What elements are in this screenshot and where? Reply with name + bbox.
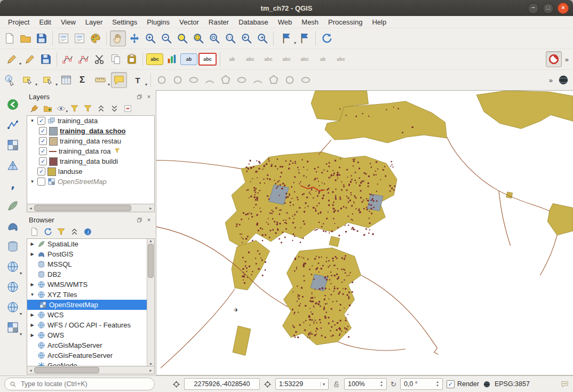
menu-project[interactable]: Project xyxy=(3,17,34,27)
osm-place-search-button[interactable] xyxy=(546,51,562,67)
layout-manager-button[interactable] xyxy=(72,31,87,46)
float-panel-button[interactable] xyxy=(136,93,143,100)
lock-scale-icon[interactable] xyxy=(332,380,340,388)
browser-item-db2[interactable]: DB2 xyxy=(27,269,147,279)
layer-checkbox[interactable]: ✓ xyxy=(37,167,45,175)
scroll-left-icon[interactable]: ◄ xyxy=(27,369,34,372)
open-project-button[interactable] xyxy=(18,31,33,46)
close-button[interactable]: × xyxy=(558,3,569,14)
expander-icon[interactable]: ▶ xyxy=(29,282,35,287)
new-project-button[interactable] xyxy=(2,31,17,46)
copy-features-button[interactable] xyxy=(108,52,123,67)
vertex-tool-button[interactable] xyxy=(60,52,75,67)
rotation-spinbox[interactable]: 0,0 ° ▲▼ xyxy=(400,378,443,390)
scale-combo[interactable]: 1:53229 ▾ xyxy=(275,378,329,390)
current-edits-button[interactable]: ▾ xyxy=(2,52,21,67)
cut-features-button[interactable] xyxy=(92,52,107,67)
identify-features-button[interactable] xyxy=(2,73,17,87)
zoom-in-button[interactable] xyxy=(143,31,158,46)
scroll-left-icon[interactable]: ◄ xyxy=(27,206,34,210)
ellipse-button[interactable] xyxy=(186,73,201,87)
browser-item-label[interactable]: ArcGisMapServer xyxy=(47,341,102,349)
layer-checkbox[interactable]: ✓ xyxy=(39,147,47,155)
layer-landuse[interactable]: ✓ landuse xyxy=(27,166,154,177)
add-spatialite-layer-button[interactable] xyxy=(5,198,21,214)
layer-checkbox-unchecked[interactable] xyxy=(37,178,45,186)
move-label-button[interactable]: abc xyxy=(260,53,277,65)
new-bookmark-button[interactable]: ▾ xyxy=(277,31,296,46)
add-mesh-layer-button[interactable] xyxy=(5,157,21,173)
add-selected-layers-button[interactable] xyxy=(29,226,39,237)
layer-checkbox[interactable]: ✓ xyxy=(39,157,47,165)
extent-toggle-icon[interactable] xyxy=(264,380,272,388)
browser-item-label[interactable]: WCS xyxy=(47,311,63,319)
browser-item-wms[interactable]: ▶ WMS/WMTS xyxy=(27,279,147,290)
collapse-all-button[interactable] xyxy=(69,226,79,237)
messages-balloon-icon[interactable] xyxy=(561,380,569,388)
remove-layer-button[interactable] xyxy=(122,103,133,114)
menu-settings[interactable]: Settings xyxy=(107,17,142,27)
browser-vertical-scrollbar[interactable]: ▲ ▼ xyxy=(147,239,154,366)
show-bookmarks-button[interactable] xyxy=(297,31,312,46)
curved-label-button[interactable]: ab xyxy=(314,53,331,65)
pan-map-button[interactable] xyxy=(110,30,126,46)
add-mssql-layer-button[interactable] xyxy=(5,238,21,254)
layer-diagram-button[interactable] xyxy=(164,52,179,67)
add-xyz-layer-button[interactable]: ▾ xyxy=(5,319,21,335)
expander-icon[interactable]: ▶ xyxy=(29,313,35,317)
new-print-layout-button[interactable] xyxy=(56,31,71,46)
browser-item-postgis[interactable]: ▶ PostGIS xyxy=(27,249,147,259)
show-hidden-labels-button[interactable]: abc xyxy=(242,53,259,65)
menu-mesh[interactable]: Mesh xyxy=(297,17,323,27)
ellipse-center-button[interactable] xyxy=(298,73,313,87)
browser-item-label[interactable]: MSSQL xyxy=(47,260,72,268)
render-toggle[interactable]: ✓ Render xyxy=(447,380,479,388)
highlight-pinned-labels-button[interactable]: ab xyxy=(180,53,197,65)
coordinate-tracker-icon[interactable] xyxy=(172,380,180,388)
add-wcs-layer-button[interactable] xyxy=(5,279,21,295)
label-properties-button[interactable]: abc xyxy=(332,53,349,65)
expander-icon[interactable]: ▼ xyxy=(29,179,35,184)
expand-all-button[interactable] xyxy=(96,103,106,114)
pan-to-selection-button[interactable] xyxy=(127,31,142,46)
crs-button[interactable]: EPSG:3857 xyxy=(495,380,530,388)
layer-label[interactable]: training_data buildi xyxy=(60,157,118,165)
browser-item-label[interactable]: XYZ Tiles xyxy=(47,291,77,299)
paste-features-button[interactable] xyxy=(124,52,139,67)
layer-filter-indicator-icon[interactable] xyxy=(114,147,120,155)
add-raster-layer-button[interactable] xyxy=(5,137,21,153)
add-delimited-text-button[interactable] xyxy=(5,178,21,194)
zoom-out-button[interactable] xyxy=(159,31,174,46)
rotate-label-button[interactable]: abc xyxy=(278,53,295,65)
browser-item-ows[interactable]: ▶ OWS xyxy=(27,330,147,340)
browser-item-arcgis-feature-server[interactable]: ArcGisFeatureServer xyxy=(27,350,147,361)
manage-map-themes-button[interactable]: ▾ xyxy=(55,103,66,114)
scrollbar-thumb[interactable] xyxy=(34,367,99,373)
layer-label[interactable]: training_data roa xyxy=(59,147,111,155)
data-source-manager-button[interactable] xyxy=(5,97,21,113)
change-label-button[interactable]: abc xyxy=(296,53,313,65)
browser-item-openstreetmap[interactable]: OpenStreetMap xyxy=(27,300,147,310)
locate-search-box[interactable] xyxy=(4,378,155,390)
metasearch-button[interactable] xyxy=(556,73,571,87)
browser-horizontal-scrollbar[interactable]: ◄ ► xyxy=(27,366,155,374)
expander-icon[interactable]: ▶ xyxy=(29,252,35,257)
toggle-label-rendering-button[interactable]: abc xyxy=(198,53,217,66)
layer-training-data-restaurants[interactable]: ✓ training_data restau xyxy=(27,136,154,146)
toolbar-overflow-button[interactable]: » xyxy=(563,55,571,63)
scroll-up-icon[interactable]: ▲ xyxy=(147,239,154,243)
open-attribute-table-button[interactable] xyxy=(59,73,74,87)
browser-item-label[interactable]: OpenStreetMap xyxy=(49,301,98,309)
scroll-right-icon[interactable]: ► xyxy=(147,206,154,210)
close-panel-button[interactable]: × xyxy=(145,216,153,223)
title-bar[interactable]: tm_ch72 - QGIS − □ × xyxy=(0,0,573,16)
select-features-button[interactable]: ▾ xyxy=(18,73,37,87)
layer-label[interactable]: training_data restau xyxy=(60,137,121,145)
measure-button[interactable]: ▾ xyxy=(91,73,110,87)
browser-item-geonode[interactable]: GeoNode xyxy=(27,361,147,366)
menu-help[interactable]: Help xyxy=(367,17,391,27)
add-vector-layer-button[interactable] xyxy=(5,117,21,133)
add-wms-layer-button[interactable]: ▾ xyxy=(5,259,21,275)
layer-label[interactable]: OpenStreetMap xyxy=(58,178,107,186)
deselect-features-button[interactable]: ▾ xyxy=(38,73,58,87)
